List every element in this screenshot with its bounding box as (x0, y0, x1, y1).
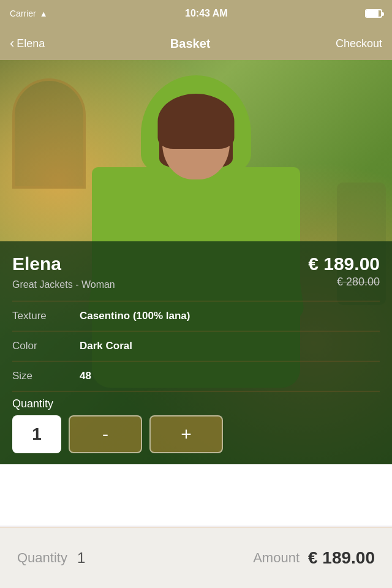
divider-size (12, 391, 380, 391)
divider-texture (12, 331, 380, 331)
quantity-section: Quantity 1 - + (12, 398, 380, 453)
quantity-controls: 1 - + (12, 415, 380, 453)
product-image-container: Elena € 189.00 Great Jackets - Woman € 2… (0, 60, 392, 464)
size-label: Size (12, 370, 80, 382)
bottom-amount-value: € 189.00 (308, 548, 375, 568)
bottom-amount-label: Amount (253, 550, 300, 566)
color-label: Color (12, 340, 80, 352)
quantity-display: 1 (12, 415, 61, 453)
content-spacer (0, 464, 392, 526)
battery-icon (365, 9, 382, 18)
bottom-amount-section: Amount € 189.00 (253, 548, 375, 568)
texture-row: Texture Casentino (100% lana) (12, 306, 380, 326)
increment-button[interactable]: + (149, 415, 223, 453)
wifi-icon: ▲ (40, 9, 48, 18)
decrement-button[interactable]: - (69, 415, 142, 453)
divider-top (12, 301, 380, 301)
chevron-left-icon: ‹ (10, 36, 14, 51)
status-left: Carrier ▲ (10, 9, 48, 18)
checkout-button[interactable]: Checkout (336, 37, 382, 50)
product-subtitle: Great Jackets - Woman (12, 279, 115, 290)
status-time: 10:43 AM (185, 8, 228, 19)
product-price: € 189.00 (308, 254, 380, 274)
status-right (365, 9, 382, 18)
color-row: Color Dark Coral (12, 336, 380, 356)
size-row: Size 48 (12, 366, 380, 386)
quantity-label: Quantity (12, 398, 380, 410)
size-value: 48 (80, 370, 91, 382)
color-value: Dark Coral (80, 340, 132, 352)
product-overlay: Elena € 189.00 Great Jackets - Woman € 2… (0, 241, 392, 464)
texture-label: Texture (12, 310, 80, 322)
carrier-label: Carrier (10, 9, 36, 18)
product-original-price: € 280.00 (337, 276, 380, 288)
nav-title: Basket (170, 37, 211, 51)
back-label: Elena (17, 37, 45, 50)
bottom-quantity-value: 1 (77, 549, 85, 567)
back-button[interactable]: ‹ Elena (10, 36, 45, 51)
product-header: Elena € 189.00 (12, 254, 380, 274)
divider-color (12, 361, 380, 361)
status-bar: Carrier ▲ 10:43 AM (0, 0, 392, 27)
bottom-quantity-label: Quantity (17, 550, 67, 566)
nav-bar: ‹ Elena Basket Checkout (0, 27, 392, 60)
texture-value: Casentino (100% lana) (80, 310, 190, 322)
bottom-bar: Quantity 1 Amount € 189.00 (0, 527, 392, 588)
product-name: Elena (12, 254, 61, 274)
model-hair (158, 94, 235, 149)
bottom-quantity-section: Quantity 1 (17, 549, 85, 567)
